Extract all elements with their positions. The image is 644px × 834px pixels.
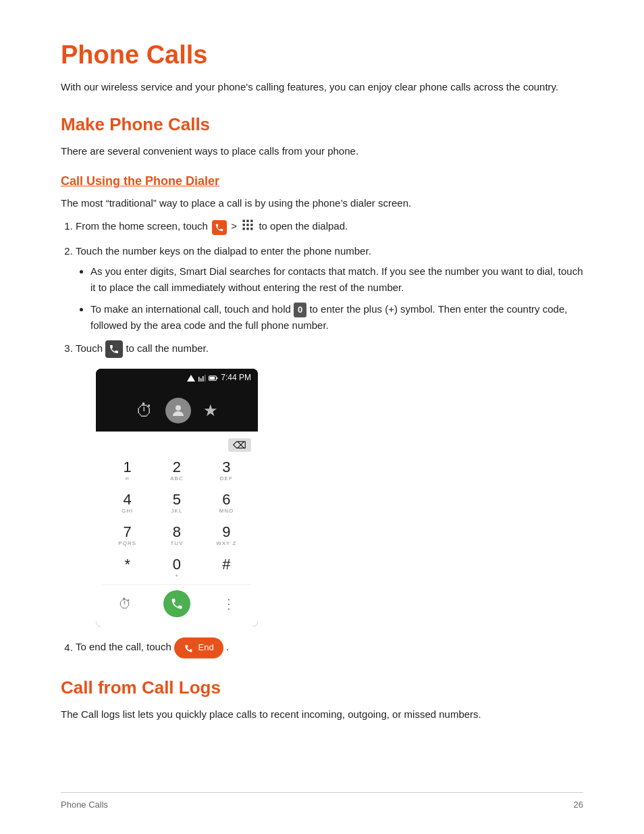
step1-text-after: to open the dialpad. — [259, 220, 348, 232]
step-1: From the home screen, touch > to open th… — [76, 218, 583, 236]
step1-text-before: From the home screen, touch — [76, 220, 211, 232]
svg-rect-11 — [200, 378, 202, 382]
svg-rect-15 — [210, 377, 215, 380]
status-time: 7:44 PM — [221, 371, 251, 384]
recent-calls-icon[interactable]: ⏱ — [118, 593, 132, 615]
key-2[interactable]: 2ABC — [152, 454, 201, 487]
svg-rect-6 — [243, 228, 245, 230]
svg-rect-16 — [217, 377, 218, 379]
dialpad-grid-icon — [241, 218, 254, 236]
key-5[interactable]: 5JKL — [152, 487, 201, 519]
key-9[interactable]: 9WXY Z — [202, 519, 251, 552]
step2-bullet-1: As you enter digits, Smart Dial searches… — [90, 263, 583, 296]
key-hash[interactable]: # — [202, 552, 251, 584]
page-content: Phone Calls With our wireless service an… — [0, 0, 644, 770]
svg-marker-9 — [187, 375, 195, 382]
zero-key-icon: 0 — [294, 303, 306, 318]
svg-rect-13 — [205, 375, 206, 382]
key-0[interactable]: 0+ — [152, 552, 201, 584]
svg-point-17 — [176, 405, 181, 411]
page-intro: With our wireless service and your phone… — [61, 79, 583, 95]
step2-text: Touch the number keys on the dialpad to … — [76, 245, 371, 257]
svg-rect-2 — [250, 220, 252, 222]
svg-rect-0 — [243, 220, 245, 222]
phone-call-icon — [105, 340, 123, 358]
phone-nav-icons: ⏱ ★ — [96, 388, 258, 432]
key-star[interactable]: * — [103, 552, 152, 584]
svg-rect-12 — [203, 376, 204, 382]
step4-text-before: To end the call, touch — [76, 642, 174, 653]
end-button-label: End — [198, 642, 214, 652]
key-7[interactable]: 7PQRS — [103, 519, 152, 552]
section1-intro: There are several convenient ways to pla… — [61, 143, 583, 159]
step-4: To end the call, touch End . — [76, 637, 583, 658]
section1-title: Make Phone Calls — [61, 114, 583, 135]
svg-rect-3 — [243, 224, 245, 226]
section2-title: Call from Call Logs — [61, 677, 583, 698]
person-icon — [165, 398, 191, 423]
phone-dialpad: ⌫ 1∞ 2ABC 3DEF 4GHI 5JKL 6MNO 7PQRS 8TUV… — [96, 432, 258, 627]
dialpad-bottom-row: ⏱ ⋮ — [103, 584, 251, 620]
key-6[interactable]: 6MNO — [202, 487, 251, 519]
phone-status-bar: 7:44 PM — [96, 369, 258, 387]
footer-right: 26 — [574, 800, 583, 810]
key-1[interactable]: 1∞ — [103, 454, 152, 487]
step-3: Touch to call the number. 7:44 PM ⏱ — [76, 340, 583, 627]
clock-icon: ⏱ — [136, 397, 153, 425]
svg-rect-5 — [250, 224, 252, 226]
more-options-icon[interactable]: ⋮ — [222, 593, 236, 615]
svg-rect-4 — [247, 224, 249, 226]
step2-bullet-2: To make an international call, touch and… — [90, 301, 583, 334]
step3-text-before: Touch — [76, 342, 105, 354]
key-8[interactable]: 8TUV — [152, 519, 201, 552]
step4-text-after: . — [226, 642, 229, 653]
step3-text-after: to call the number. — [126, 342, 209, 354]
dial-call-button[interactable] — [163, 590, 190, 617]
end-call-button: End — [174, 637, 223, 658]
step2-bullets: As you enter digits, Smart Dial searches… — [90, 263, 583, 334]
page-title: Phone Calls — [61, 41, 583, 70]
svg-rect-1 — [247, 220, 249, 222]
star-icon: ★ — [203, 398, 218, 423]
backspace-button[interactable]: ⌫ — [228, 438, 251, 452]
dialpad-top-bar: ⌫ — [103, 436, 251, 454]
section2-intro: The Call logs list lets you quickly plac… — [61, 706, 583, 723]
dialpad-keys-grid: 1∞ 2ABC 3DEF 4GHI 5JKL 6MNO 7PQRS 8TUV 9… — [103, 454, 251, 584]
subsection1-title: Call Using the Phone Dialer — [61, 174, 583, 188]
key-4[interactable]: 4GHI — [103, 487, 152, 519]
phone-dialer-icon — [212, 220, 227, 235]
svg-rect-10 — [198, 377, 200, 382]
step1-text-middle: > — [231, 220, 240, 232]
steps-list: From the home screen, touch > to open th… — [76, 218, 583, 658]
svg-rect-8 — [250, 228, 252, 230]
subsection1-intro: The most “traditional” way to place a ca… — [61, 195, 583, 211]
page-footer: Phone Calls 26 — [61, 792, 583, 810]
phone-mockup: 7:44 PM ⏱ ★ ⌫ — [96, 369, 258, 627]
key-3[interactable]: 3DEF — [202, 454, 251, 487]
step-2: Touch the number keys on the dialpad to … — [76, 243, 583, 334]
footer-left: Phone Calls — [61, 800, 108, 810]
svg-rect-7 — [247, 228, 249, 230]
